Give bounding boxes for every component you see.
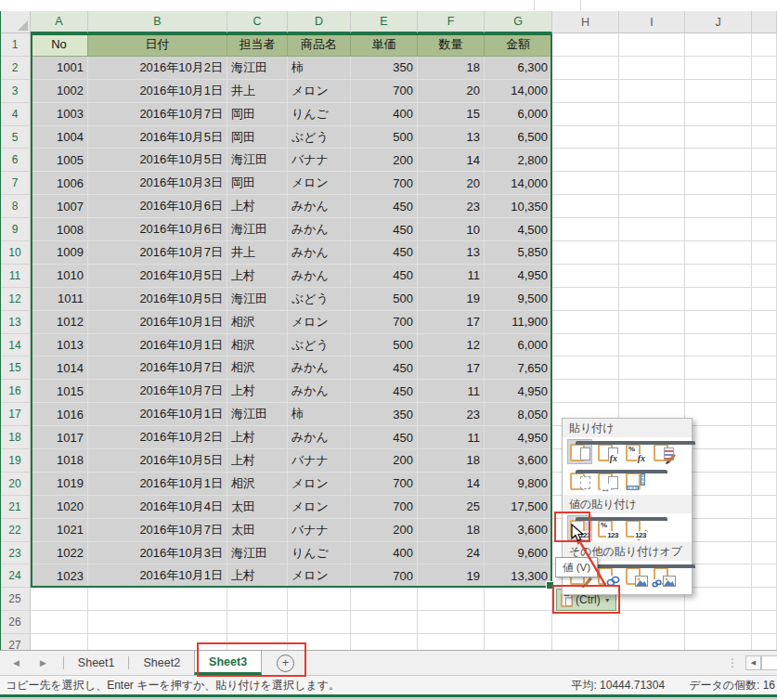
cell[interactable]: 2016年10月1日	[88, 334, 227, 357]
cell[interactable]	[685, 126, 752, 149]
cell[interactable]	[619, 80, 685, 103]
cell[interactable]	[351, 588, 418, 611]
cell[interactable]: 1015	[31, 380, 88, 403]
cell[interactable]	[752, 473, 777, 496]
cell[interactable]: 2016年10月7日	[88, 519, 227, 542]
cell[interactable]: 岡田	[227, 103, 288, 126]
cell[interactable]: 上村	[227, 564, 288, 588]
cell[interactable]: 1019	[31, 473, 88, 496]
cell[interactable]	[619, 195, 685, 218]
cell[interactable]: メロン	[288, 311, 351, 334]
cell[interactable]	[752, 218, 777, 241]
cell[interactable]: 太田	[227, 496, 288, 519]
cell[interactable]	[752, 426, 777, 449]
cell[interactable]	[752, 103, 777, 126]
cell[interactable]: 200	[351, 519, 418, 542]
cell[interactable]: 18	[418, 449, 485, 473]
cell[interactable]: 400	[351, 103, 418, 126]
cell[interactable]: 相沢	[227, 473, 288, 496]
cell[interactable]	[685, 80, 752, 103]
cell[interactable]: 1014	[31, 356, 88, 380]
cell[interactable]: メロン	[288, 564, 351, 588]
cell[interactable]	[752, 334, 777, 357]
cell[interactable]: 20	[418, 172, 485, 195]
cell[interactable]	[619, 380, 685, 403]
cell[interactable]: 3,600	[485, 519, 552, 542]
row-header[interactable]: 26	[0, 611, 31, 634]
cell[interactable]	[418, 588, 485, 611]
cell[interactable]: 金額	[485, 33, 552, 57]
cell[interactable]: 14,000	[485, 80, 552, 103]
add-sheet-button[interactable]: +	[277, 655, 294, 672]
row-header[interactable]: 20	[0, 473, 31, 496]
cell[interactable]: バナナ	[288, 149, 351, 172]
cell[interactable]: 6,000	[485, 334, 552, 357]
cell[interactable]: 9,800	[485, 473, 552, 496]
cell[interactable]: 2016年10月3日	[88, 542, 227, 565]
cell[interactable]: 23	[418, 195, 485, 218]
cell[interactable]: 500	[351, 126, 418, 149]
cell[interactable]: 200	[351, 449, 418, 473]
cell[interactable]	[619, 288, 685, 311]
row-header[interactable]: 16	[0, 380, 31, 403]
cell[interactable]: 1011	[31, 288, 88, 311]
cell[interactable]: 海江田	[227, 218, 288, 241]
cell[interactable]	[619, 126, 685, 149]
cell[interactable]: バナナ	[288, 519, 351, 542]
cell[interactable]: 2016年10月1日	[88, 473, 227, 496]
cell[interactable]: 24	[418, 542, 485, 565]
cell[interactable]: 上村	[227, 449, 288, 473]
cell[interactable]: 1006	[31, 172, 88, 195]
cell[interactable]: 2016年10月4日	[88, 496, 227, 519]
row-header[interactable]: 2	[0, 57, 31, 80]
cell[interactable]: 相沢	[227, 356, 288, 380]
cell[interactable]: 1005	[31, 149, 88, 172]
cell[interactable]: 2016年10月2日	[88, 57, 227, 80]
cell[interactable]: No	[31, 33, 88, 57]
cell[interactable]	[288, 611, 351, 634]
cell[interactable]: ぶどう	[288, 288, 351, 311]
cell[interactable]: 上村	[227, 195, 288, 218]
cell[interactable]	[685, 33, 752, 57]
column-header[interactable]: C	[227, 11, 288, 33]
cell[interactable]: 14	[418, 149, 485, 172]
cell[interactable]: 450	[351, 241, 418, 265]
paste-no-borders-icon[interactable]	[567, 468, 592, 493]
cell[interactable]	[552, 334, 619, 357]
cell[interactable]: みかん	[288, 380, 351, 403]
cell[interactable]	[752, 634, 777, 650]
row-header[interactable]: 12	[0, 288, 31, 311]
cell[interactable]	[685, 334, 752, 357]
row-header[interactable]: 23	[0, 542, 31, 565]
cell[interactable]: 海江田	[227, 288, 288, 311]
cell[interactable]	[752, 588, 777, 611]
cell[interactable]: 1013	[31, 334, 88, 357]
cell[interactable]	[227, 634, 288, 650]
cell[interactable]: 2,800	[485, 149, 552, 172]
cell[interactable]	[685, 588, 752, 611]
cell[interactable]	[752, 33, 777, 57]
cell[interactable]	[685, 473, 752, 496]
cell[interactable]	[752, 195, 777, 218]
cell[interactable]	[552, 126, 619, 149]
cell[interactable]	[31, 611, 88, 634]
cell[interactable]: 井上	[227, 80, 288, 103]
cell[interactable]: 2016年10月7日	[88, 356, 227, 380]
cell[interactable]: 350	[351, 403, 418, 426]
cell[interactable]: ぶどう	[288, 126, 351, 149]
row-header[interactable]: 22	[0, 519, 31, 542]
cell[interactable]: 17,500	[485, 496, 552, 519]
cell[interactable]: 1007	[31, 195, 88, 218]
cell[interactable]: 17	[418, 311, 485, 334]
cell[interactable]: 2016年10月3日	[88, 172, 227, 195]
cell[interactable]: みかん	[288, 356, 351, 380]
cell[interactable]: 450	[351, 195, 418, 218]
cell[interactable]	[88, 634, 227, 650]
cell[interactable]: 担当者	[227, 33, 288, 57]
cell[interactable]	[752, 542, 777, 565]
cell[interactable]: メロン	[288, 172, 351, 195]
cell[interactable]: 2016年10月1日	[88, 311, 227, 334]
cell[interactable]: 井上	[227, 241, 288, 265]
cell[interactable]: 6,500	[485, 126, 552, 149]
cell[interactable]: 450	[351, 426, 418, 449]
